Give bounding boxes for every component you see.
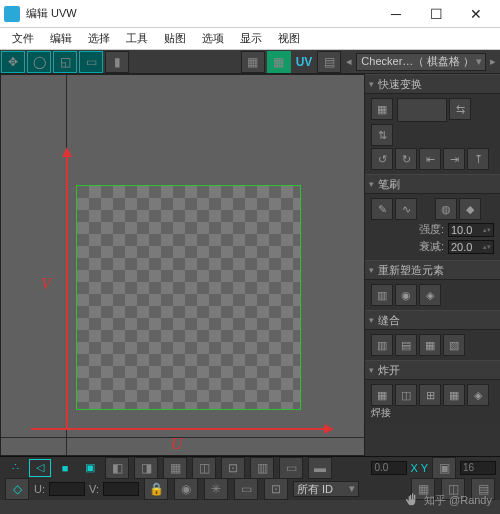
vertex-mode[interactable]: ∴	[4, 459, 26, 477]
sel-lock-icon[interactable]: ▣	[432, 457, 456, 479]
hflip-icon[interactable]: ⇆	[449, 98, 471, 120]
stitch-d-icon[interactable]: ▧	[443, 334, 465, 356]
side-panel: 快速变换 ▦ ⇆ ⇅ ↺ ↻ ⇤ ⇥ ⤒ 笔刷 ✎ ∿ ◍	[364, 74, 500, 456]
sel-tool-g[interactable]: ▭	[279, 457, 303, 479]
menu-options[interactable]: 选项	[194, 31, 232, 46]
titlebar: 编辑 UVW ─ ☐ ✕	[0, 0, 500, 28]
fill-icon[interactable]: ▦	[267, 51, 291, 73]
freeform-tool[interactable]: ▭	[79, 51, 103, 73]
stitch-a-icon[interactable]: ▥	[371, 334, 393, 356]
section-stitch[interactable]: 缝合	[365, 310, 500, 330]
snap-icon[interactable]: ◇	[5, 478, 29, 500]
sel-tool-f[interactable]: ▥	[250, 457, 274, 479]
stat-e-icon[interactable]: ▦	[411, 478, 435, 500]
v-axis-label: V	[41, 275, 51, 293]
menu-select[interactable]: 选择	[80, 31, 118, 46]
menu-display[interactable]: 显示	[232, 31, 270, 46]
menu-view[interactable]: 视图	[270, 31, 308, 46]
stitch-b-icon[interactable]: ▤	[395, 334, 417, 356]
rotate-cw-icon[interactable]: ↻	[395, 148, 417, 170]
u-axis-arrow	[31, 428, 331, 430]
stat-b-icon[interactable]: ✳	[204, 478, 228, 500]
menu-tools[interactable]: 工具	[118, 31, 156, 46]
selection-toolbar: ∴ ◁ ■ ▣ ◧ ◨ ▦ ◫ ⊡ ▥ ▭ ▬ 0.0 X Y ▣ 16	[0, 456, 500, 478]
face-mode[interactable]: ■	[54, 459, 76, 477]
cube-icon[interactable]: ◈	[419, 284, 441, 306]
reshape-body: ▥ ◉ ◈	[365, 280, 500, 310]
paint-icon[interactable]: ✎	[371, 198, 393, 220]
brush-body: ✎ ∿ ◍ ◆ 强度: 10.0 衰减: 20.0	[365, 194, 500, 260]
explode-b-icon[interactable]: ◫	[395, 384, 417, 406]
options-icon[interactable]: ▤	[317, 51, 341, 73]
u-label: U:	[34, 483, 45, 495]
uv-shell[interactable]	[76, 185, 301, 410]
rotate-tool[interactable]: ◯	[27, 51, 51, 73]
section-explode[interactable]: 炸开	[365, 360, 500, 380]
stat-c-icon[interactable]: ▭	[234, 478, 258, 500]
align-top-icon[interactable]: ⤒	[467, 148, 489, 170]
align-slider[interactable]	[397, 98, 447, 122]
status-bar: ◇ U: V: 🔒 ◉ ✳ ▭ ⊡ 所有 ID ▦ ◫ ▤	[0, 478, 500, 500]
id-dropdown[interactable]: 所有 ID	[293, 481, 359, 497]
checker-icon[interactable]: ▦	[241, 51, 265, 73]
explode-a-icon[interactable]: ▦	[371, 384, 393, 406]
sel-tool-a[interactable]: ◧	[105, 457, 129, 479]
menu-file[interactable]: 文件	[4, 31, 42, 46]
vflip-icon[interactable]: ⇅	[371, 124, 393, 146]
explode-c-icon[interactable]: ⊞	[419, 384, 441, 406]
lock-icon[interactable]: 🔒	[144, 478, 168, 500]
v-axis-arrow	[66, 150, 68, 430]
u-value[interactable]	[49, 482, 85, 496]
move-tool[interactable]: ✥	[1, 51, 25, 73]
sel-tool-b[interactable]: ◨	[134, 457, 158, 479]
align-right-icon[interactable]: ⇥	[443, 148, 465, 170]
align-icon[interactable]: ▦	[371, 98, 393, 120]
align-left-icon[interactable]: ⇤	[419, 148, 441, 170]
relax-shell-icon[interactable]: ◉	[395, 284, 417, 306]
app-icon	[4, 6, 20, 22]
straighten-icon[interactable]: ▥	[371, 284, 393, 306]
section-brush[interactable]: 笔刷	[365, 174, 500, 194]
minimize-button[interactable]: ─	[376, 0, 416, 28]
strength-spinner[interactable]: 10.0	[448, 223, 494, 237]
uv-viewport[interactable]: V U	[0, 74, 364, 456]
next-map-button[interactable]: ▸	[486, 55, 500, 68]
stat-a-icon[interactable]: ◉	[174, 478, 198, 500]
relax-icon[interactable]: ∿	[395, 198, 417, 220]
element-mode[interactable]: ▣	[79, 459, 101, 477]
section-reshape[interactable]: 重新塑造元素	[365, 260, 500, 280]
explode-d-icon[interactable]: ▦	[443, 384, 465, 406]
stitch-c-icon[interactable]: ▦	[419, 334, 441, 356]
explode-e-icon[interactable]: ◈	[467, 384, 489, 406]
menu-edit[interactable]: 编辑	[42, 31, 80, 46]
strength-label: 强度:	[419, 222, 444, 237]
brush-b-icon[interactable]: ◆	[459, 198, 481, 220]
menu-mapping[interactable]: 贴图	[156, 31, 194, 46]
u-axis-label: U	[171, 435, 183, 453]
prev-map-button[interactable]: ◂	[342, 55, 356, 68]
map-dropdown[interactable]: Checker…（ 棋盘格 ）	[356, 53, 486, 71]
falloff-spinner[interactable]: 20.0	[448, 240, 494, 254]
stat-g-icon[interactable]: ▤	[471, 478, 495, 500]
v-value[interactable]	[103, 482, 139, 496]
sel-tool-h[interactable]: ▬	[308, 457, 332, 479]
coord-spinner[interactable]: 0.0	[371, 461, 407, 475]
window-title: 编辑 UVW	[26, 6, 376, 21]
maximize-button[interactable]: ☐	[416, 0, 456, 28]
count-spinner[interactable]: 16	[460, 461, 496, 475]
scale-tool[interactable]: ◱	[53, 51, 77, 73]
weld-label: 焊接	[371, 407, 391, 418]
sel-tool-c[interactable]: ▦	[163, 457, 187, 479]
sel-tool-d[interactable]: ◫	[192, 457, 216, 479]
stat-d-icon[interactable]: ⊡	[264, 478, 288, 500]
section-quick-transform[interactable]: 快速变换	[365, 74, 500, 94]
close-button[interactable]: ✕	[456, 0, 496, 28]
sel-tool-e[interactable]: ⊡	[221, 457, 245, 479]
main-area: V U 快速变换 ▦ ⇆ ⇅ ↺ ↻ ⇤ ⇥ ⤒ 笔刷 ✎	[0, 74, 500, 456]
rotate-ccw-icon[interactable]: ↺	[371, 148, 393, 170]
stat-f-icon[interactable]: ◫	[441, 478, 465, 500]
brush-a-icon[interactable]: ◍	[435, 198, 457, 220]
edge-mode[interactable]: ◁	[29, 459, 51, 477]
top-toolbar: ✥ ◯ ◱ ▭ ▮ ▦ ▦ UV ▤ ◂ Checker…（ 棋盘格 ） ▸	[0, 50, 500, 74]
mirror-tool[interactable]: ▮	[105, 51, 129, 73]
